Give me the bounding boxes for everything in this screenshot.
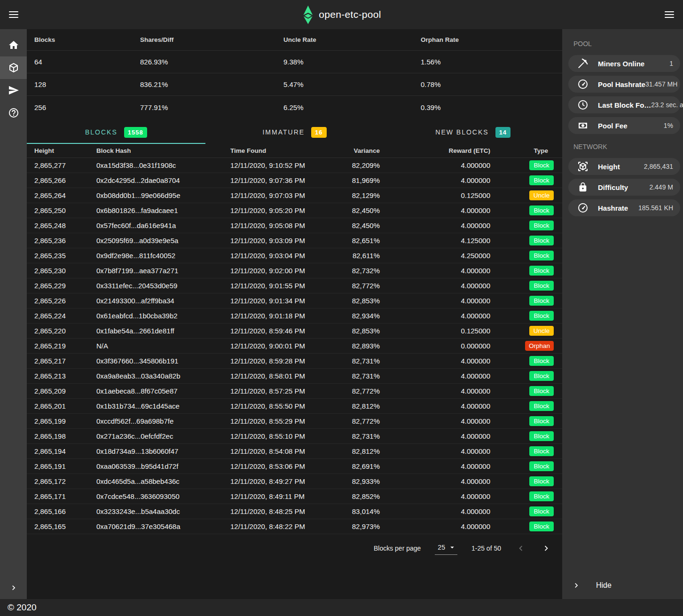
hide-sidebar-button[interactable]: Hide	[562, 572, 683, 599]
block-height: 2,865,219	[34, 342, 96, 350]
time-found: 12/11/2020, 8:49:27 PM	[230, 477, 329, 485]
previous-page-button[interactable]	[515, 543, 526, 554]
brand: open-etc-pool	[302, 5, 381, 24]
variance: 82,812%	[329, 447, 380, 455]
reward: 4.000000	[380, 312, 490, 320]
reward: 4.000000	[380, 417, 490, 425]
block-hash: 0x2dc4295d...2dae0a8704	[96, 176, 230, 184]
info-label: Hashrate	[598, 204, 628, 212]
time-found: 12/11/2020, 8:53:06 PM	[230, 462, 329, 470]
variance: 82,852%	[329, 492, 380, 500]
block-height: 2,865,220	[34, 327, 96, 335]
type-badge: Block	[529, 476, 554, 486]
block-height: 2,865,277	[34, 161, 96, 169]
type-badge: Block	[529, 431, 554, 441]
nav-blocks-button[interactable]	[0, 56, 27, 79]
reward: 4.000000	[380, 357, 490, 365]
footer: © 2020	[0, 599, 683, 616]
nav-payments-button[interactable]	[0, 79, 27, 102]
top-app-bar: open-etc-pool	[0, 0, 683, 29]
block-hash: 0x3311efec...20453d0e59	[96, 282, 230, 290]
stats-header-blocks: Blocks	[34, 29, 140, 50]
variance: 81,969%	[329, 176, 380, 184]
block-height: 2,865,235	[34, 252, 96, 260]
left-nav-rail	[0, 29, 27, 599]
cash-icon	[577, 120, 589, 131]
variance: 82,853%	[329, 327, 380, 335]
variance: 82,732%	[329, 267, 380, 275]
reward: 4.000000	[380, 492, 490, 500]
block-height: 2,865,213	[34, 372, 96, 380]
nav-home-button[interactable]	[0, 34, 27, 56]
variance: 82,933%	[329, 477, 380, 485]
blocks-per-page-select[interactable]: 25	[435, 542, 457, 555]
time-found: 12/11/2020, 8:48:22 PM	[230, 522, 329, 530]
variance: 82,731%	[329, 432, 380, 440]
gauge-icon	[577, 202, 589, 213]
col-header-reward: Reward (ETC)	[380, 147, 490, 154]
variance: 82,691%	[329, 462, 380, 470]
app-title: open-etc-pool	[319, 9, 381, 20]
variance: 82,651%	[329, 237, 380, 245]
col-header-hash: Block Hash	[96, 147, 230, 154]
block-height: 2,865,230	[34, 267, 96, 275]
reward: 4.000000	[380, 477, 490, 485]
table-row: 2,865,236 0x25095f69...a0d39e9e5a 12/11/…	[27, 233, 562, 248]
table-row: 2,865,226 0x21493300...af2ff9ba34 12/11/…	[27, 293, 562, 308]
table-row: 2,865,277 0xa15d3f38...0e31f1908c 12/11/…	[27, 158, 562, 173]
time-found: 12/11/2020, 9:05:20 PM	[230, 206, 329, 214]
network-difficulty-item: Difficulty 2.449 M	[568, 179, 680, 196]
reward: 4.000000	[380, 221, 490, 229]
table-row: 2,865,248 0x57fec60f...da616e941a 12/11/…	[27, 218, 562, 233]
type-badge: Block	[529, 160, 554, 170]
nav-help-button[interactable]	[0, 102, 27, 124]
tab-new-blocks[interactable]: NEW BLOCKS 14	[384, 120, 562, 144]
info-label: Difficulty	[598, 183, 628, 191]
chevron-right-icon	[541, 543, 551, 553]
info-value: 1%	[664, 122, 673, 129]
block-height: 2,865,191	[34, 462, 96, 470]
tab-label: BLOCKS	[85, 128, 118, 136]
table-row: 2,865,230 0x7b8f7199...aea377a271 12/11/…	[27, 263, 562, 278]
reward: 0.125000	[380, 327, 490, 335]
table-row: 2,865,229 0x3311efec...20453d0e59 12/11/…	[27, 278, 562, 293]
block-height: 2,865,199	[34, 417, 96, 425]
blocks-tabs: BLOCKS 1558 IMMATURE 16 NEW BLOCKS 14	[27, 120, 562, 144]
menu-icon[interactable]	[9, 9, 18, 20]
stat-blocks: 128	[34, 73, 140, 95]
next-page-button[interactable]	[541, 543, 552, 554]
block-hash: 0x1b31b734...69c1d45ace	[96, 402, 230, 410]
network-height-item: Height 2,865,431	[568, 158, 680, 175]
info-label: Height	[598, 163, 620, 171]
time-found: 12/11/2020, 9:02:00 PM	[230, 267, 329, 275]
type-badge: Block	[529, 416, 554, 426]
type-badge: Block	[529, 311, 554, 321]
reward: 4.000000	[380, 462, 490, 470]
time-found: 12/11/2020, 9:01:34 PM	[230, 297, 329, 305]
block-height: 2,865,165	[34, 522, 96, 530]
block-height: 2,865,166	[34, 507, 96, 515]
stats-header-orphan-rate: Orphan Rate	[421, 29, 555, 50]
table-row: 2,865,250 0x6b801826...fa9adcaee1 12/11/…	[27, 203, 562, 218]
time-found: 12/11/2020, 8:49:11 PM	[230, 492, 329, 500]
new-blocks-count-badge: 14	[495, 127, 510, 138]
tab-blocks[interactable]: BLOCKS 1558	[27, 120, 205, 144]
send-icon	[8, 85, 19, 96]
menu-icon-right[interactable]	[665, 9, 674, 20]
stats-header-shares-diff: Shares/Diff	[140, 29, 283, 50]
reward: 0.125000	[380, 191, 490, 199]
table-row: 2,865,191 0xaa063539...b95d41d72f 12/11/…	[27, 459, 562, 474]
type-badge: Block	[529, 236, 554, 245]
block-hash: 0xa70621d9...37e305468a	[96, 522, 230, 530]
block-height: 2,865,226	[34, 297, 96, 305]
block-height: 2,865,264	[34, 191, 96, 199]
reward: 4.000000	[380, 206, 490, 214]
rail-expand-button[interactable]	[0, 577, 27, 599]
time-found: 12/11/2020, 8:57:25 PM	[230, 387, 329, 395]
stat-blocks: 256	[34, 96, 140, 118]
type-badge: Uncle	[529, 190, 554, 200]
table-row: 2,865,213 0xa9a8eab3...03a340a82b 12/11/…	[27, 369, 562, 384]
tab-immature[interactable]: IMMATURE 16	[205, 120, 384, 144]
cube-icon	[8, 62, 19, 73]
stat-orphan-rate: 0.78%	[421, 73, 555, 95]
